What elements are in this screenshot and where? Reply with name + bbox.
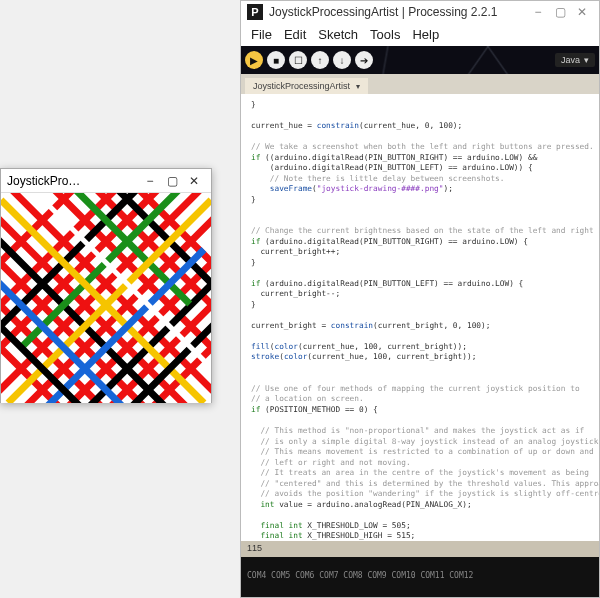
minimize-button[interactable]: − <box>139 172 161 190</box>
stop-button[interactable]: ■ <box>267 51 285 69</box>
mode-label: Java <box>561 55 580 65</box>
close-button[interactable]: ✕ <box>183 172 205 190</box>
menu-help[interactable]: Help <box>408 26 443 43</box>
console[interactable]: COM4 COM5 COM6 COM7 COM8 COM9 COM10 COM1… <box>241 557 599 597</box>
maximize-button[interactable]: ▢ <box>161 172 183 190</box>
ide-minimize-button[interactable]: − <box>527 3 549 21</box>
tab-label: JoystickProcessingArtist <box>253 81 350 91</box>
menu-file[interactable]: File <box>247 26 276 43</box>
menu-sketch[interactable]: Sketch <box>314 26 362 43</box>
sketch-window: JoystickPro… − ▢ ✕ <box>0 168 212 403</box>
tab-bar: JoystickProcessingArtist ▾ <box>241 74 599 94</box>
sketch-canvas <box>1 193 211 403</box>
new-button[interactable]: ☐ <box>289 51 307 69</box>
ide-title: JoystickProcessingArtist | Processing 2.… <box>269 5 498 19</box>
sketch-title: JoystickPro… <box>7 174 80 188</box>
open-button[interactable]: ↑ <box>311 51 329 69</box>
statusbar: 115 <box>241 541 599 557</box>
toolbar: ▶ ■ ☐ ↑ ↓ ➔ Java ▾ <box>241 46 599 74</box>
processing-icon: P <box>247 4 263 20</box>
chevron-down-icon: ▾ <box>584 55 589 65</box>
ide-window: P JoystickProcessingArtist | Processing … <box>240 0 600 598</box>
line-number: 115 <box>247 543 262 553</box>
mode-dropdown[interactable]: Java ▾ <box>555 53 595 67</box>
ide-close-button[interactable]: ✕ <box>571 3 593 21</box>
save-button[interactable]: ↓ <box>333 51 351 69</box>
export-button[interactable]: ➔ <box>355 51 373 69</box>
menu-tools[interactable]: Tools <box>366 26 404 43</box>
sketch-titlebar[interactable]: JoystickPro… − ▢ ✕ <box>1 169 211 193</box>
console-output: COM4 COM5 COM6 COM7 COM8 COM9 COM10 COM1… <box>247 571 473 580</box>
menubar: File Edit Sketch Tools Help <box>241 23 599 46</box>
code-editor[interactable]: } current_hue = constrain(current_hue, 0… <box>241 94 599 541</box>
ide-maximize-button[interactable]: ▢ <box>549 3 571 21</box>
menu-edit[interactable]: Edit <box>280 26 310 43</box>
run-button[interactable]: ▶ <box>245 51 263 69</box>
sketch-tab[interactable]: JoystickProcessingArtist ▾ <box>245 78 368 94</box>
ide-titlebar[interactable]: P JoystickProcessingArtist | Processing … <box>241 1 599 23</box>
tab-menu-icon[interactable]: ▾ <box>356 82 360 91</box>
